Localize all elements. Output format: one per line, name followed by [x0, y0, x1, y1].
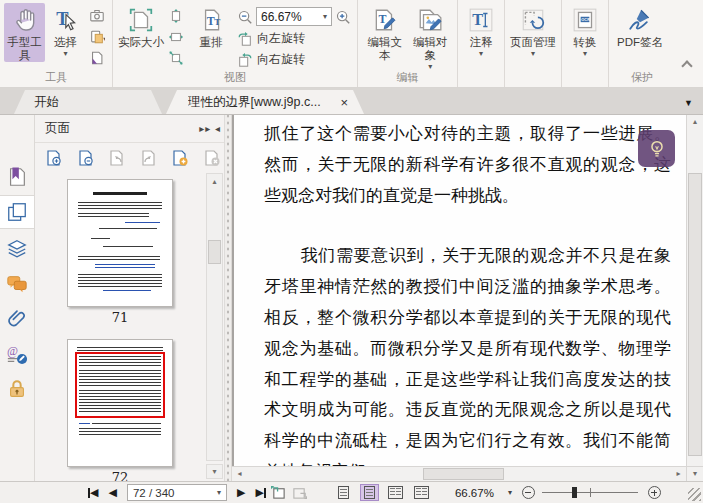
thumb-rotate-left-button[interactable] [106, 147, 128, 169]
actual-size-button[interactable]: 实际大小 [117, 3, 165, 49]
scroll-up-icon[interactable]: ▴ [687, 117, 703, 126]
panel-splitter[interactable] [224, 115, 231, 481]
thumb-scrollbar-thumb[interactable] [208, 240, 221, 264]
scroll-down-icon[interactable]: ▾ [686, 466, 703, 481]
edit-object-label: 编辑对象 [408, 36, 454, 62]
fit-height-button[interactable] [165, 7, 187, 25]
page-mgmt-dropdown-arrow[interactable]: ▾ [531, 50, 535, 58]
reflow-button[interactable]: TT 重排 [187, 3, 235, 49]
single-page-layout-button[interactable] [334, 484, 353, 501]
status-bar: ◀ ◀ 72 / 340 ▾ ▶ ▶ 66.67% ▾ [0, 481, 703, 503]
bookmark-page-button[interactable] [86, 49, 108, 67]
scroll-right-icon[interactable]: ▸ [671, 467, 686, 481]
nav-comments-button[interactable] [0, 267, 34, 301]
zoom-level-combobox[interactable]: 66.67% ▾ [256, 7, 332, 26]
pdf-reader-window: 手型工具 T 选择 ▾ ▾ 工具 实际大小 [0, 0, 703, 503]
fit-height-icon [168, 8, 184, 24]
next-page-button[interactable]: ▶ [237, 487, 245, 498]
select-tool-label: 选择 [54, 36, 77, 49]
nav-pages-button[interactable] [0, 195, 34, 229]
convert-dropdown-arrow[interactable]: ▾ [583, 50, 587, 58]
resize-grip[interactable] [688, 488, 701, 501]
hand-tool-button[interactable]: 手型工具 [4, 3, 45, 62]
thumbnail-page-71[interactable]: 71 [67, 179, 173, 325]
thumb-scroll-down-icon[interactable]: ▾ [206, 464, 223, 479]
close-tab-icon[interactable]: × [340, 95, 348, 110]
comment-dropdown-arrow[interactable]: ▾ [479, 50, 483, 58]
zoom-in-button[interactable] [648, 486, 661, 499]
vertical-scrollbar[interactable]: ▴ [686, 115, 703, 466]
thumbnail-71-preview[interactable] [67, 179, 173, 307]
fit-width-button[interactable] [165, 28, 187, 46]
prev-page-button[interactable]: ◀ [108, 487, 116, 498]
start-tab-label: 开始 [34, 94, 59, 111]
page-layout-switcher [334, 484, 431, 501]
continuous-layout-button[interactable] [360, 484, 379, 501]
next-view-button[interactable] [291, 485, 308, 500]
clipboard-button[interactable]: ▾ [86, 28, 108, 46]
convert-button[interactable]: OCR 转换 ▾ [566, 3, 604, 58]
statusbar-zoom-dropdown-arrow[interactable]: ▾ [508, 488, 512, 497]
continuous-facing-layout-button[interactable] [412, 484, 431, 501]
ribbon-group-protect: PDF签名 保护 [609, 0, 675, 87]
pdf-sign-icon [627, 7, 653, 33]
ribbon-toolbar: 手型工具 T 选择 ▾ ▾ 工具 实际大小 [0, 0, 703, 88]
thumb-delete-page-button[interactable] [201, 147, 223, 169]
thumbnail-72-label: 72 [67, 470, 173, 481]
protect-group-label: 保护 [609, 70, 675, 85]
comment-button[interactable]: T 注释 ▾ [462, 3, 500, 58]
thumb-zoom-in-button[interactable] [43, 147, 65, 169]
typewriter-icon: T [468, 7, 494, 33]
thumbnail-71-label: 71 [67, 310, 173, 325]
pdf-sign-button[interactable]: PDF签名 [613, 3, 667, 49]
tab-document[interactable]: 理性的边界[www.j9p.c... × [166, 90, 364, 114]
thumbnail-scrollbar[interactable]: ▴ [206, 173, 223, 461]
last-page-button[interactable]: ▶ [255, 487, 265, 498]
horizontal-scrollbar[interactable]: ◂ ▸ [232, 466, 686, 481]
first-page-button[interactable]: ◀ [88, 487, 98, 498]
thumbnail-page-72[interactable]: 72 [67, 339, 173, 481]
select-tool-button[interactable]: T 选择 ▾ [45, 3, 86, 58]
thumb-zoom-out-button[interactable] [75, 147, 97, 169]
zoom-slider-thumb[interactable] [572, 487, 577, 498]
thumb-add-page-button[interactable] [169, 147, 191, 169]
horizontal-scrollbar-thumb[interactable] [423, 468, 505, 480]
left-nav-strip: @ [0, 115, 35, 481]
nav-bookmarks-button[interactable] [0, 160, 34, 194]
pdf-page[interactable]: 抓住了这个需要小心对待的主题，取得了一些进展。然而，关于无限的新科学有许多很不直… [234, 115, 686, 466]
zoom-slider[interactable] [542, 486, 638, 499]
rotate-left-button[interactable]: 向左旋转 [237, 30, 351, 47]
thumbnail-72-preview[interactable] [67, 339, 173, 467]
scroll-left-icon[interactable]: ◂ [232, 467, 247, 481]
nav-security-button[interactable] [0, 372, 34, 406]
nav-layers-button[interactable] [0, 232, 34, 266]
thumb-rotate-right-icon [140, 149, 158, 167]
thumb-scroll-up-icon[interactable]: ▴ [207, 174, 222, 189]
tab-overflow-icon[interactable]: ▼ [684, 98, 693, 108]
nav-attachments-button[interactable] [0, 302, 34, 336]
snapshot-button[interactable] [86, 7, 108, 25]
rotate-right-button[interactable]: 向右旋转 [237, 51, 351, 68]
page-number-combobox[interactable]: 72 / 340 ▾ [127, 484, 227, 501]
select-dropdown-arrow[interactable]: ▾ [63, 50, 67, 58]
thumb-rotate-right-button[interactable] [138, 147, 160, 169]
fit-page-button[interactable] [165, 49, 187, 67]
tab-start[interactable]: 开始 [14, 90, 162, 114]
ribbon-group-tools: 手型工具 T 选择 ▾ ▾ 工具 [0, 0, 113, 87]
ribbon-collapse-button[interactable] [681, 60, 692, 71]
facing-layout-button[interactable] [386, 484, 405, 501]
zoom-out-icon[interactable] [237, 9, 253, 25]
edit-text-button[interactable]: T 编辑文本 [362, 3, 408, 62]
zoom-out-button[interactable] [522, 486, 535, 499]
ribbon-group-comment: T 注释 ▾ [458, 0, 505, 87]
assistant-widget[interactable] [638, 130, 675, 167]
previous-view-button[interactable] [270, 485, 287, 500]
nav-signature-button[interactable]: @ [0, 337, 34, 371]
vertical-scrollbar-thumb[interactable] [688, 173, 702, 456]
ribbon-group-edit: T 编辑文本 编辑对象 ▾ 编辑 [358, 0, 458, 87]
thumbnail-list: 71 72 [35, 173, 205, 481]
page-mgmt-button[interactable]: 页面管理 ▾ [509, 3, 557, 58]
edit-object-button[interactable]: 编辑对象 ▾ [408, 3, 454, 71]
panel-collapse-arrows[interactable]: ▸▸ ◂ [199, 123, 221, 134]
zoom-in-icon[interactable] [335, 9, 351, 25]
